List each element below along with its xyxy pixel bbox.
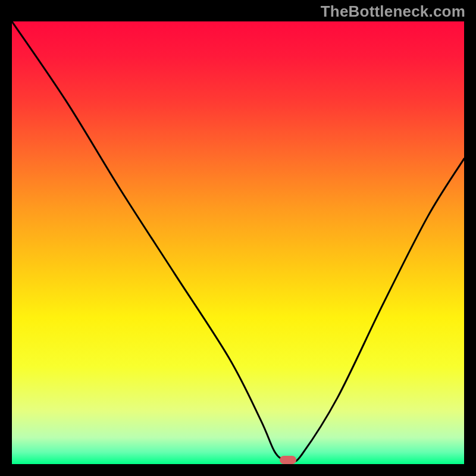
bottleneck-curve — [12, 21, 464, 464]
watermark-text: TheBottleneck.com — [321, 4, 465, 19]
chart-frame: TheBottleneck.com — [0, 0, 476, 476]
gradient-plot-area — [12, 21, 464, 464]
optimum-marker — [280, 456, 296, 464]
